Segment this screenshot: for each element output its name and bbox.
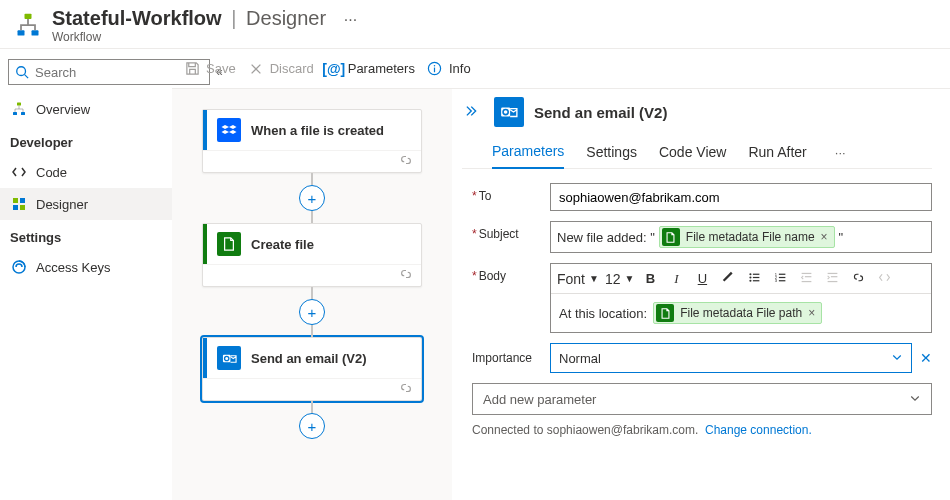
sidebar-item-label: Access Keys — [36, 260, 110, 275]
svg-rect-7 — [21, 112, 25, 115]
designer-canvas[interactable]: When a file is created + Create file + — [172, 89, 452, 500]
card-create-file[interactable]: Create file — [202, 223, 422, 287]
subject-input[interactable]: New file added: " File metadata File nam… — [550, 221, 932, 253]
bold-button[interactable]: B — [640, 271, 660, 286]
add-parameter-select[interactable]: Add new parameter — [472, 383, 932, 415]
sidebar-item-label: Code — [36, 165, 67, 180]
workflow-title: Stateful-Workflow — [52, 7, 222, 29]
collapse-panel-button[interactable] — [466, 104, 480, 121]
svg-rect-0 — [25, 14, 32, 19]
info-icon — [427, 61, 443, 77]
resource-type-label: Workflow — [52, 30, 357, 44]
clear-importance-button[interactable]: ✕ — [920, 350, 932, 366]
card-title: When a file is created — [251, 123, 384, 138]
panel-tabs: Parameters Settings Code View Run After … — [462, 137, 932, 169]
font-size-select[interactable]: 12▼ — [605, 271, 634, 287]
indent-button[interactable] — [822, 271, 842, 287]
connection-icon — [399, 381, 413, 398]
numbered-list-button[interactable]: 123 — [770, 271, 790, 287]
save-button[interactable]: Save — [184, 61, 236, 77]
token-file-path[interactable]: File metadata File path × — [653, 302, 822, 324]
svg-rect-2 — [32, 30, 39, 35]
header-more-icon[interactable]: ··· — [344, 11, 357, 28]
svg-point-20 — [749, 273, 751, 275]
italic-button[interactable]: I — [666, 271, 686, 287]
svg-rect-8 — [13, 198, 18, 203]
svg-point-3 — [17, 67, 26, 76]
svg-rect-10 — [13, 205, 18, 210]
save-icon — [184, 61, 200, 77]
label-body: *Body — [472, 263, 550, 283]
action-panel: Send an email (V2) Parameters Settings C… — [452, 89, 950, 500]
search-icon — [15, 65, 29, 79]
card-title: Create file — [251, 237, 314, 252]
body-editor[interactable]: Font ▼ 12▼ B I U 123 — [550, 263, 932, 333]
info-button[interactable]: Info — [427, 61, 471, 77]
color-button[interactable] — [718, 271, 738, 287]
title-separator: | — [231, 7, 236, 29]
tab-run-after[interactable]: Run After — [748, 138, 806, 168]
svg-rect-6 — [13, 112, 17, 115]
file-icon — [656, 304, 674, 322]
sidebar-item-label: Designer — [36, 197, 88, 212]
remove-token-icon[interactable]: × — [808, 306, 815, 320]
tab-code-view[interactable]: Code View — [659, 138, 726, 168]
card-send-email[interactable]: Send an email (V2) — [202, 337, 422, 401]
label-subject: *Subject — [472, 221, 550, 241]
to-input[interactable] — [550, 183, 932, 211]
chevron-down-icon — [891, 351, 903, 366]
sidebar-item-overview[interactable]: Overview — [0, 93, 172, 125]
connection-icon — [399, 153, 413, 170]
sidebar-section-settings: Settings — [0, 220, 172, 251]
tab-settings[interactable]: Settings — [586, 138, 637, 168]
access-keys-icon — [10, 259, 28, 275]
outlook-icon — [494, 97, 524, 127]
svg-rect-1 — [18, 30, 25, 35]
parameters-icon: [@] — [326, 61, 342, 77]
svg-point-24 — [749, 279, 751, 281]
sidebar-item-designer[interactable]: Designer — [0, 188, 172, 220]
chevron-down-icon — [909, 392, 921, 407]
label-importance: Importance — [472, 351, 550, 365]
page-header: Stateful-Workflow | Designer ··· Workflo… — [0, 0, 950, 48]
designer-icon — [10, 196, 28, 212]
tab-parameters[interactable]: Parameters — [492, 137, 564, 169]
workflow-logo-icon — [14, 11, 42, 39]
label-to: *To — [472, 183, 550, 203]
connection-info: Connected to sophiaowen@fabrikam.com. Ch… — [472, 423, 932, 437]
dropbox-icon — [217, 118, 241, 142]
page-section-title: Designer — [246, 7, 326, 29]
sidebar-item-code[interactable]: Code — [0, 156, 172, 188]
font-select[interactable]: Font ▼ — [557, 271, 599, 287]
code-icon — [10, 164, 28, 180]
token-file-name[interactable]: File metadata File name × — [659, 226, 835, 248]
discard-button[interactable]: Discard — [248, 61, 314, 77]
file-icon — [217, 232, 241, 256]
card-trigger[interactable]: When a file is created — [202, 109, 422, 173]
importance-select[interactable]: Normal — [550, 343, 912, 373]
code-view-button[interactable] — [874, 271, 894, 287]
link-button[interactable] — [848, 271, 868, 287]
sidebar-item-access-keys[interactable]: Access Keys — [0, 251, 172, 283]
add-step-button[interactable]: + — [299, 299, 325, 325]
bullets-button[interactable] — [744, 271, 764, 287]
sidebar: « Overview Developer Code Designer Setti… — [0, 49, 172, 500]
change-connection-link[interactable]: Change connection. — [705, 423, 812, 437]
add-step-button[interactable]: + — [299, 185, 325, 211]
sidebar-section-developer: Developer — [0, 125, 172, 156]
file-icon — [662, 228, 680, 246]
underline-button[interactable]: U — [692, 271, 712, 286]
parameters-button[interactable]: [@] Parameters — [326, 61, 415, 77]
connection-icon — [399, 267, 413, 284]
toolbar: Save Discard [@] Parameters Info — [172, 49, 950, 89]
add-step-button[interactable]: + — [299, 413, 325, 439]
svg-point-14 — [434, 65, 436, 67]
discard-icon — [248, 61, 264, 77]
svg-line-4 — [25, 75, 29, 79]
overview-icon — [10, 101, 28, 117]
svg-rect-9 — [20, 198, 25, 203]
outdent-button[interactable] — [796, 271, 816, 287]
tabs-more-icon[interactable]: ··· — [829, 145, 852, 160]
outlook-icon — [217, 346, 241, 370]
remove-token-icon[interactable]: × — [821, 230, 828, 244]
